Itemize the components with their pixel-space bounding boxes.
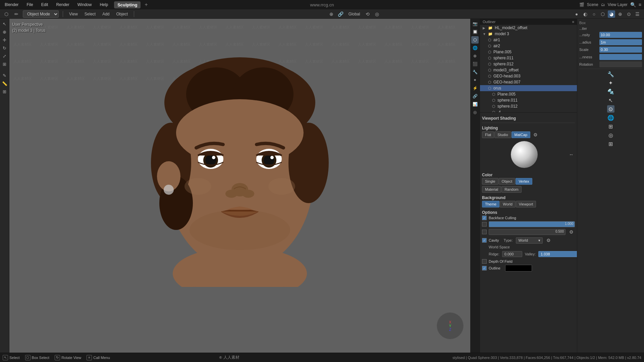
- shadow-settings-icon[interactable]: ⚙: [568, 228, 575, 236]
- window-menu[interactable]: Window: [75, 2, 94, 8]
- cavity-checkbox[interactable]: ✓: [482, 238, 487, 243]
- transform-icon[interactable]: ⟲: [364, 10, 371, 18]
- outliner-item-geohead007[interactable]: ⬡ GEO-head.007: [480, 79, 577, 85]
- shader-icon[interactable]: ⊞: [607, 123, 614, 130]
- edit-menu[interactable]: Edit: [39, 2, 50, 8]
- color-object-btn[interactable]: Object: [499, 178, 516, 185]
- tool-annotate[interactable]: ✎: [1, 72, 8, 79]
- tool-measure[interactable]: 📏: [1, 80, 8, 87]
- outline-checkbox[interactable]: ✓: [482, 266, 487, 270]
- type-dropdown[interactable]: World ▾: [516, 237, 543, 244]
- shadow-progress[interactable]: 0.500: [489, 229, 566, 235]
- color-vertex-btn[interactable]: Vertex: [516, 178, 532, 185]
- tool-transform[interactable]: ⊞: [1, 60, 8, 68]
- outliner-item-plane005[interactable]: ⬡ Plane.005: [480, 49, 577, 55]
- tool-scale[interactable]: ⤢: [1, 52, 8, 60]
- viewport-shading-active[interactable]: ◕: [608, 10, 615, 18]
- cursor-icon[interactable]: ↖: [607, 97, 614, 104]
- properties-physics-icon[interactable]: ⚡: [471, 84, 479, 92]
- blender-menu[interactable]: Blender: [3, 2, 20, 8]
- viewport-gizmo[interactable]: X Y Z: [437, 312, 464, 339]
- outliner-item-model3offset[interactable]: ⬡ model3_offset: [480, 67, 577, 73]
- properties-scene-icon[interactable]: 🌐: [471, 44, 479, 52]
- lighting-matcap-btn[interactable]: MatCap: [512, 131, 531, 138]
- tool-cursor[interactable]: ⊕: [1, 28, 8, 36]
- proportional-icon[interactable]: ◎: [373, 10, 381, 18]
- outliner-item-sphere011b[interactable]: ⬡ sphere.011: [480, 97, 577, 103]
- xray-checkbox[interactable]: [482, 222, 487, 227]
- snap-icon[interactable]: ✦: [607, 79, 614, 86]
- properties-world-icon[interactable]: ⊕: [471, 52, 479, 60]
- properties-viewport-icon[interactable]: ⬡: [471, 36, 479, 44]
- valley-input[interactable]: [538, 251, 577, 257]
- tool-add[interactable]: ⊞: [1, 88, 8, 95]
- scene-selector[interactable]: 🎬: [579, 2, 584, 7]
- mode-selector[interactable]: Object Mode: [23, 10, 59, 18]
- origin-icon[interactable]: ⊕: [328, 10, 335, 18]
- viewport-shading-solid[interactable]: ●: [573, 10, 580, 18]
- properties-particles-icon[interactable]: ✦: [471, 76, 479, 84]
- add-menu-item[interactable]: Add: [100, 11, 111, 17]
- radius-bar[interactable]: 1m: [599, 39, 642, 45]
- bg-world-btn[interactable]: World: [500, 201, 516, 207]
- color-single-btn[interactable]: Single: [482, 178, 498, 185]
- properties-constraints-icon[interactable]: 🔗: [471, 93, 479, 100]
- outline-color-swatch[interactable]: [505, 265, 532, 272]
- outliner-item-geohead003[interactable]: ⬡ GEO-head.003: [480, 73, 577, 79]
- xray-toggle[interactable]: ☰: [634, 10, 641, 18]
- object-menu-item[interactable]: Object: [114, 11, 130, 17]
- help-menu[interactable]: Help: [98, 2, 110, 8]
- outliner-item-air2[interactable]: ⬡ air2: [480, 43, 577, 49]
- color-random-btn[interactable]: Random: [501, 186, 522, 193]
- flip-matcap-icon[interactable]: ↔: [568, 151, 575, 158]
- snap-icon[interactable]: 🔗: [337, 10, 344, 18]
- view-layer-icon[interactable]: 🗂: [601, 2, 605, 7]
- active-sphere-icon[interactable]: ⊙: [607, 105, 614, 113]
- bg-theme-btn[interactable]: Theme: [482, 201, 499, 207]
- lighting-flat-btn[interactable]: Flat: [482, 131, 494, 138]
- matcap-settings-icon[interactable]: ⚙: [532, 131, 539, 138]
- outliner-item-orus[interactable]: ⬡ orus: [480, 85, 577, 91]
- sculpting-tab[interactable]: Sculpting: [114, 1, 141, 8]
- outliner-item-model2[interactable]: ▶ 📁 HL_model2_offset: [480, 25, 577, 31]
- select-label[interactable]: Select: [9, 356, 20, 360]
- tool-move[interactable]: ✛: [1, 36, 8, 44]
- outliner-item-sphere011[interactable]: ⬡ sphere.011: [480, 55, 577, 61]
- viewport-shading-material[interactable]: ◐: [582, 10, 589, 18]
- bg-viewport-btn[interactable]: Viewport: [516, 201, 536, 207]
- render-menu[interactable]: Render: [54, 2, 71, 8]
- ridge-input[interactable]: [502, 251, 522, 257]
- viewport[interactable]: // Generate watermark text - will be pop…: [9, 19, 470, 353]
- roughness-bar[interactable]: [599, 54, 642, 60]
- add-workspace-button[interactable]: +: [145, 2, 148, 8]
- lighting-studio-btn[interactable]: Studio: [494, 131, 511, 138]
- file-menu[interactable]: File: [24, 2, 35, 8]
- globe-icon[interactable]: 🌐: [607, 114, 614, 121]
- tool-rotate[interactable]: ↻: [1, 44, 8, 52]
- properties-material-icon[interactable]: ◎: [471, 109, 479, 116]
- dof-checkbox[interactable]: [482, 259, 487, 264]
- material-icon[interactable]: ◎: [607, 131, 614, 139]
- outliner-item-sphere012b[interactable]: ⬡ sphere.012: [480, 103, 577, 109]
- rotation-bar[interactable]: [599, 61, 642, 67]
- outliner-item-sphere012[interactable]: ⬡ sphere.012: [480, 61, 577, 67]
- gizmo-toggle[interactable]: ⊕: [616, 10, 624, 18]
- matcap-sphere-preview[interactable]: [511, 141, 538, 168]
- select-menu-item[interactable]: Select: [83, 11, 98, 17]
- density-bar[interactable]: 10.00: [599, 32, 642, 38]
- viewport-shading-wireframe[interactable]: ⬡: [599, 10, 606, 18]
- overlay-toggle[interactable]: ⊙: [625, 10, 633, 18]
- outliner-item-air1[interactable]: ⬡ air1: [480, 37, 577, 43]
- outliner-item-plane005b[interactable]: ⬡ Plane.005: [480, 91, 577, 97]
- scale-bar[interactable]: 0.30: [599, 47, 642, 53]
- outliner-filter-icon[interactable]: ≡: [572, 20, 574, 24]
- filter-icon[interactable]: ≡: [639, 2, 641, 7]
- brush-icon[interactable]: ✏: [13, 10, 20, 18]
- box-select-label[interactable]: Box Select: [32, 356, 50, 360]
- tool-icon[interactable]: 🔩: [607, 88, 614, 95]
- xray-progress[interactable]: 1.000: [489, 221, 575, 227]
- properties-render-icon[interactable]: 🔲: [471, 28, 479, 36]
- properties-modifier-icon[interactable]: 🔧: [471, 68, 479, 76]
- properties-object-icon[interactable]: 📷: [471, 20, 479, 27]
- color-material-btn[interactable]: Material: [482, 186, 501, 193]
